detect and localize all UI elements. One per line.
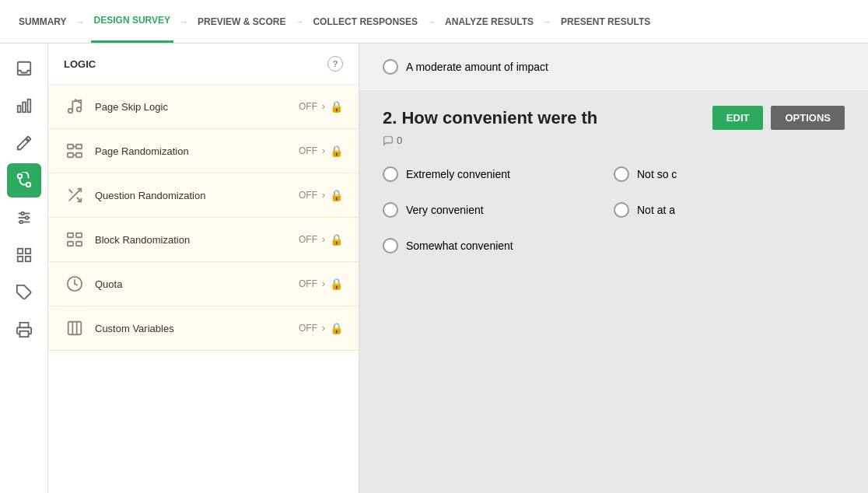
top-radio-option: A moderate amount of impact bbox=[383, 59, 845, 75]
logic-item-status: OFF › 🔒 bbox=[299, 100, 343, 113]
nav-present-results[interactable]: PRESENT RESULTS bbox=[558, 16, 653, 27]
logic-item-label: Custom Variables bbox=[95, 323, 299, 334]
svg-point-9 bbox=[21, 212, 24, 215]
edit-button[interactable]: EDIT bbox=[712, 106, 764, 130]
svg-point-4 bbox=[17, 174, 22, 179]
svg-rect-32 bbox=[68, 242, 73, 247]
question-random-icon bbox=[64, 184, 86, 206]
radio-label: A moderate amount of impact bbox=[406, 61, 548, 73]
svg-point-11 bbox=[19, 221, 23, 224]
page-random-icon bbox=[64, 140, 86, 162]
logic-title: LOGIC bbox=[64, 58, 96, 70]
block-random-icon bbox=[64, 229, 86, 250]
nav-summary[interactable]: SUMMARY bbox=[16, 16, 70, 27]
top-navigation: SUMMARY → DESIGN SURVEY → PREVIEW & SCOR… bbox=[0, 0, 868, 44]
answer-label: Not so c bbox=[637, 168, 677, 180]
svg-point-19 bbox=[77, 107, 82, 112]
nav-preview-score[interactable]: PREVIEW & SCORE bbox=[194, 16, 289, 27]
logic-items-list: Page Skip Logic OFF › 🔒 Page Randomizati… bbox=[48, 85, 359, 493]
svg-rect-31 bbox=[76, 233, 82, 238]
answer-label: Extremely convenient bbox=[406, 168, 510, 180]
logic-help-button[interactable]: ? bbox=[327, 56, 343, 72]
options-button[interactable]: OPTIONS bbox=[771, 106, 845, 130]
radio-button[interactable] bbox=[614, 166, 629, 182]
question-block: 2. How convenient were th EDIT OPTIONS 0 bbox=[359, 90, 868, 278]
pencil-icon-btn[interactable] bbox=[7, 126, 41, 160]
svg-rect-13 bbox=[25, 249, 30, 253]
main-layout: LOGIC ? Page Skip Logic OFF › 🔒 bbox=[0, 44, 868, 493]
logic-icon-btn[interactable] bbox=[7, 163, 41, 198]
logic-item-question-random[interactable]: Question Randomization OFF › 🔒 bbox=[48, 173, 359, 218]
lock-icon: 🔒 bbox=[330, 189, 343, 201]
logic-item-block-random[interactable]: Block Randomization OFF › 🔒 bbox=[48, 218, 359, 262]
lock-icon: 🔒 bbox=[330, 322, 343, 334]
radio-button[interactable] bbox=[383, 202, 398, 218]
lock-icon: 🔒 bbox=[330, 233, 343, 246]
sliders-icon-btn[interactable] bbox=[7, 201, 41, 235]
lock-icon: 🔒 bbox=[330, 100, 343, 113]
logic-item-quota[interactable]: Quota OFF › 🔒 bbox=[48, 262, 359, 306]
tag-icon-btn[interactable] bbox=[7, 275, 41, 309]
nav-analyze-results[interactable]: ANALYZE RESULTS bbox=[442, 16, 537, 27]
chevron-icon: › bbox=[322, 234, 325, 245]
answer-label: Very convenient bbox=[406, 204, 484, 216]
answers-right-col: Not so c Not at a bbox=[614, 166, 845, 263]
comment-icon bbox=[383, 135, 394, 146]
content-area: A moderate amount of impact 2. How conve… bbox=[359, 44, 868, 493]
svg-point-18 bbox=[68, 109, 73, 114]
logic-item-label: Page Skip Logic bbox=[95, 101, 299, 113]
svg-rect-12 bbox=[17, 249, 22, 253]
answer-option-4: Not so c bbox=[614, 166, 845, 182]
chevron-icon: › bbox=[322, 145, 325, 156]
svg-rect-21 bbox=[68, 145, 73, 149]
logic-item-page-random[interactable]: Page Randomization OFF › 🔒 bbox=[48, 129, 359, 173]
icon-sidebar bbox=[0, 44, 48, 493]
svg-rect-15 bbox=[25, 257, 30, 261]
quota-icon bbox=[64, 273, 86, 295]
answer-option-1: Extremely convenient bbox=[383, 166, 614, 182]
logic-item-status: OFF › 🔒 bbox=[299, 145, 343, 157]
answer-option-3: Somewhat convenient bbox=[383, 238, 614, 253]
grid-icon-btn[interactable] bbox=[7, 238, 41, 272]
logic-panel: LOGIC ? Page Skip Logic OFF › 🔒 bbox=[48, 44, 359, 493]
nav-design-survey[interactable]: DESIGN SURVEY bbox=[91, 0, 173, 43]
radio-button[interactable] bbox=[614, 202, 629, 218]
chart-icon-btn[interactable] bbox=[7, 89, 41, 123]
answer-option-2: Very convenient bbox=[383, 202, 614, 218]
svg-rect-3 bbox=[27, 100, 30, 113]
lock-icon: 🔒 bbox=[330, 145, 343, 157]
svg-point-5 bbox=[26, 183, 30, 187]
nav-arrow-3: → bbox=[295, 17, 303, 26]
svg-rect-2 bbox=[23, 102, 26, 112]
svg-rect-22 bbox=[76, 145, 82, 149]
logic-item-label: Question Randomization bbox=[95, 190, 299, 201]
radio-button[interactable] bbox=[383, 166, 398, 182]
logic-item-label: Block Randomization bbox=[95, 234, 299, 246]
logic-item-label: Quota bbox=[95, 278, 299, 290]
chevron-icon: › bbox=[322, 190, 325, 201]
question-comment-count: 0 bbox=[359, 130, 868, 159]
logic-item-status: OFF › 🔒 bbox=[299, 233, 343, 246]
svg-rect-23 bbox=[68, 153, 73, 158]
top-section: A moderate amount of impact bbox=[359, 44, 868, 90]
page-skip-icon bbox=[64, 96, 86, 117]
logic-item-custom-vars[interactable]: Custom Variables OFF › 🔒 bbox=[48, 306, 359, 351]
nav-arrow-1: → bbox=[76, 17, 85, 26]
svg-point-10 bbox=[25, 216, 28, 219]
nav-collect-responses[interactable]: COLLECT RESPONSES bbox=[310, 16, 421, 27]
svg-rect-33 bbox=[76, 242, 82, 247]
svg-rect-14 bbox=[17, 257, 22, 261]
answer-label: Not at a bbox=[637, 204, 675, 216]
logic-item-status: OFF › 🔒 bbox=[299, 322, 343, 334]
logic-item-label: Page Randomization bbox=[95, 145, 299, 157]
logic-item-page-skip[interactable]: Page Skip Logic OFF › 🔒 bbox=[48, 85, 359, 129]
inbox-icon-btn[interactable] bbox=[7, 51, 41, 86]
radio-button[interactable] bbox=[383, 238, 398, 253]
nav-arrow-2: → bbox=[180, 17, 188, 26]
logic-item-status: OFF › 🔒 bbox=[299, 278, 343, 290]
question-title: 2. How convenient were th bbox=[383, 108, 705, 128]
svg-rect-30 bbox=[68, 233, 73, 238]
svg-rect-24 bbox=[76, 153, 82, 158]
radio-button[interactable] bbox=[383, 59, 398, 75]
print-icon-btn[interactable] bbox=[7, 313, 41, 347]
